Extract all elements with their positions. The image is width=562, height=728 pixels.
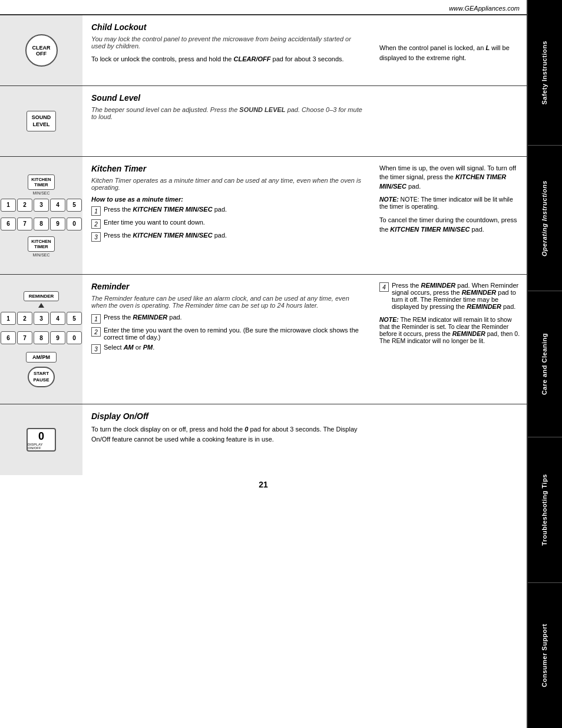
reminder-step-2: 2 Enter the time you want the oven to re…: [91, 327, 365, 341]
kitchen-timer-title: Kitchen Timer: [91, 164, 365, 173]
sound-level-intro: The beeper sound level can be adjusted. …: [91, 106, 365, 120]
r-step-num-4: 4: [379, 282, 389, 292]
sidebar-item-troubleshooting[interactable]: Troubleshooting Tips: [528, 437, 562, 583]
kt-right-note2: To cancel the timer during the countdown…: [379, 216, 521, 234]
display-zero-label: 0: [38, 430, 44, 443]
sidebar-label-care: Care and Cleaning: [541, 333, 548, 395]
section-kitchen-timer: KITCHEN TIMER MIN/SEC 1 2 3 4 5 6 7 8: [0, 157, 527, 275]
reminder-step-3: 3 Select AM or PM.: [91, 344, 365, 354]
start-label: START: [34, 371, 49, 377]
kt-step-3: 3 Press the KITCHEN TIMER MIN/SEC pad.: [91, 232, 365, 242]
r-num-7: 7: [17, 331, 32, 344]
step-num-1: 1: [91, 206, 101, 216]
sidebar-label-consumer: Consumer Support: [541, 624, 548, 687]
kt-step-1: 1 Press the KITCHEN TIMER MIN/SEC pad.: [91, 206, 365, 216]
r-am: AM: [124, 344, 134, 351]
clear-off-button: CLEAR OFF: [25, 34, 58, 67]
num-1: 1: [1, 199, 16, 212]
section-display-onoff: 0 DISPLAY ON/OFF Display On/Off To turn …: [0, 404, 527, 475]
sl-bold: SOUND LEVEL: [239, 106, 285, 113]
r-num-0: 0: [67, 331, 82, 344]
num-5: 5: [67, 199, 82, 212]
pause-label: PAUSE: [34, 377, 49, 383]
r-step-text-2: Enter the time you want the oven to remi…: [104, 327, 365, 341]
r-step-num-2: 2: [91, 327, 101, 337]
reminder-visual: REMINDER 1 2 3 4 5 6 7 8 9 0: [1, 291, 82, 387]
display-onoff-title: Display On/Off: [91, 411, 365, 421]
reminder-note-label: NOTE:: [379, 316, 399, 323]
reminder-triangle: [38, 303, 44, 308]
page-number: 21: [0, 475, 527, 494]
kt-label-top: KITCHEN TIMER: [28, 174, 54, 190]
kitchen-timer-body: Kitchen Timer Kitchen Timer operates as …: [82, 157, 373, 274]
display-sub-label: DISPLAY ON/OFF: [28, 443, 55, 450]
step-text-3: Press the KITCHEN TIMER MIN/SEC pad.: [104, 232, 365, 239]
kt-step-2: 2 Enter time you want to count down.: [91, 219, 365, 229]
sound-level-button: SOUND LEVEL: [27, 111, 57, 131]
step-num-3: 3: [91, 232, 101, 242]
r-step-text-3: Select AM or PM.: [104, 344, 365, 351]
sound-level-right: [373, 86, 527, 156]
website-header: www.GEAppliances.com: [0, 0, 527, 15]
sidebar-label-troubleshooting: Troubleshooting Tips: [541, 474, 548, 546]
kt-note-text: NOTE: The timer indicator will be lit wh…: [379, 196, 513, 210]
reminder-step-1: 1 Press the REMINDER pad.: [91, 314, 365, 324]
child-lockout-instructions: To lock or unlock the controls, press an…: [91, 54, 365, 64]
child-lockout-intro: You may lock the control panel to preven…: [91, 35, 365, 50]
r-step4-bold3: REMINDER: [467, 303, 501, 310]
r-step1-bold: REMINDER: [133, 314, 168, 321]
cl-bold: CLEAR/OFF: [234, 55, 271, 62]
kitchen-timer-visual: KITCHEN TIMER MIN/SEC 1 2 3 4 5 6 7 8: [1, 174, 82, 257]
sidebar-item-care[interactable]: Care and Cleaning: [528, 291, 562, 437]
num-grid-row2: 6 7 8 9 0: [1, 218, 82, 230]
kt-label-bottom: KITCHEN TIMER: [28, 236, 54, 252]
cl-text2: pad for about 3 seconds.: [270, 55, 343, 62]
how-to-label: How to use as a minute timer:: [91, 196, 365, 203]
reminder-title: Reminder: [91, 282, 365, 291]
sidebar-label-safety: Safety Instructions: [541, 41, 548, 105]
rn-bold: REMINDER: [452, 330, 485, 337]
num-0: 0: [67, 218, 82, 230]
display-onoff-right: [373, 404, 527, 475]
step-text-2: Enter time you want to count down.: [104, 219, 365, 226]
kitchen-timer-right: When time is up, the oven will signal. T…: [373, 157, 527, 274]
sidebar-label-operating: Operating Instructions: [541, 180, 548, 256]
sound-level-icon-area: SOUND LEVEL: [0, 86, 82, 156]
am-pm-button[interactable]: AM/PM: [26, 352, 57, 363]
r-num-6: 6: [1, 331, 16, 344]
cl-right-text: When the control panel is locked, an L w…: [379, 22, 521, 62]
cl-right1: When the control panel is locked, an: [379, 44, 485, 51]
sidebar-item-operating[interactable]: Operating Instructions: [528, 146, 562, 291]
off-label: OFF: [36, 51, 47, 57]
num-2: 2: [17, 199, 32, 212]
start-pause-button[interactable]: START PAUSE: [28, 367, 55, 387]
child-lockout-icon-area: CLEAR OFF: [0, 15, 82, 85]
reminder-right: 4 Press the REMINDER pad. When Reminder …: [373, 275, 527, 404]
kt-minsec-bottom: MIN/SEC: [32, 253, 49, 257]
website-url: www.GEAppliances.com: [449, 5, 520, 12]
sound-level-title: Sound Level: [91, 93, 365, 103]
num-6: 6: [1, 218, 16, 230]
r-num-8: 8: [34, 331, 49, 344]
kt-minsec-top: MIN/SEC: [32, 191, 49, 195]
sidebar-item-safety[interactable]: Safety Instructions: [528, 0, 562, 146]
kt-rn2-bold: KITCHEN TIMER MIN/SEC: [390, 226, 470, 233]
kitchen-timer-intro: Kitchen Timer operates as a minute timer…: [91, 177, 365, 191]
reminder-note: NOTE: The REM indicator will remain lit …: [379, 316, 521, 344]
page-wrapper: www.GEAppliances.com CLEAR OFF Child Loc…: [0, 0, 562, 728]
sound-label: SOUND: [32, 114, 51, 121]
sidebar: Safety Instructions Operating Instructio…: [528, 0, 562, 728]
display-onoff-icon-area: 0 DISPLAY ON/OFF: [0, 404, 82, 475]
kitchen-timer-icon-area: KITCHEN TIMER MIN/SEC 1 2 3 4 5 6 7 8: [0, 157, 82, 274]
r-num-9: 9: [50, 331, 65, 344]
kt-rn2b: pad.: [470, 226, 484, 233]
kt-note: NOTE: NOTE: The timer indicator will be …: [379, 196, 521, 210]
r-num-5: 5: [67, 312, 82, 325]
main-content: www.GEAppliances.com CLEAR OFF Child Loc…: [0, 0, 528, 728]
section-child-lockout: CLEAR OFF Child Lockout You may lock the…: [0, 15, 527, 86]
r-num-4: 4: [50, 312, 65, 325]
r-num-3: 3: [34, 312, 49, 325]
display-zero-button: 0 DISPLAY ON/OFF: [27, 428, 56, 452]
sidebar-item-consumer[interactable]: Consumer Support: [528, 583, 562, 728]
kt-step3-bold: KITCHEN TIMER MIN/SEC: [133, 232, 213, 239]
